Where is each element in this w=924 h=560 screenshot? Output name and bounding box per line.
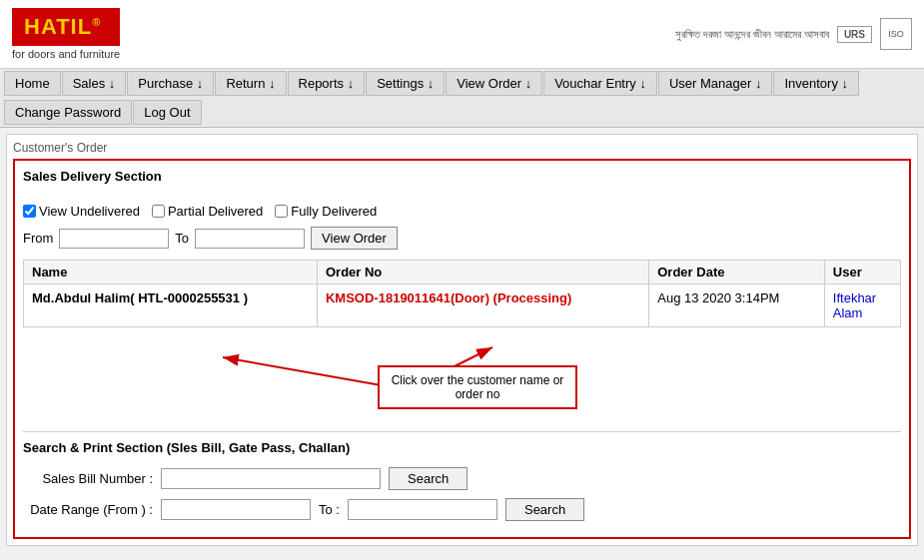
search-date-button[interactable]: Search <box>505 498 584 521</box>
checkbox-partial-label[interactable]: Partial Delivered <box>152 204 263 219</box>
logo-registered: ® <box>92 16 101 28</box>
col-order-date: Order Date <box>649 261 825 284</box>
to-label: To <box>175 231 189 246</box>
nav-log-out[interactable]: Log Out <box>133 100 201 125</box>
urc-badge: URS <box>837 26 872 43</box>
user-name-link[interactable]: Iftekhar <box>833 290 876 305</box>
date-row: From To View Order <box>23 227 901 250</box>
logo: HATIL® <box>12 8 120 46</box>
date-range-row: Date Range (From ) : To : Search <box>23 498 901 521</box>
col-user: User <box>824 261 900 284</box>
nav-purchase[interactable]: Purchase ↓ <box>127 71 214 96</box>
date-range-to-input[interactable] <box>348 499 497 520</box>
header-right: সুরক্ষিত দরজা আনন্দের জীবন আরামের আসবাব … <box>675 18 912 50</box>
nav-row-1: Home Sales ↓ Purchase ↓ Return ↓ Reports… <box>0 69 924 98</box>
from-date-input[interactable] <box>59 229 169 249</box>
annotation-box: Click over the customer name or order no <box>378 365 577 409</box>
nav-inventory[interactable]: Inventory ↓ <box>773 71 859 96</box>
nav-return[interactable]: Return ↓ <box>215 71 286 96</box>
date-range-label: Date Range (From ) : <box>23 502 153 517</box>
nav-row-2: Change Password Log Out <box>0 98 924 127</box>
cell-order-date: Aug 13 2020 3:14PM <box>649 284 825 327</box>
search-bill-button[interactable]: Search <box>389 467 467 490</box>
breadcrumb: Customer's Order <box>13 141 911 155</box>
nav-sales[interactable]: Sales ↓ <box>62 71 127 96</box>
date-range-to-label: To : <box>319 502 340 517</box>
bill-number-label: Sales Bill Number : <box>23 471 153 486</box>
checkbox-fully[interactable] <box>275 205 288 218</box>
table-data-area: Name Order No Order Date User Md.Abdul H… <box>23 260 901 427</box>
checkboxes-row: View Undelivered Partial Delivered Fully… <box>23 204 901 219</box>
delivery-section: Sales Delivery Section View Undelivered … <box>13 159 911 539</box>
cell-name: Md.Abdul Halim( HTL-0000255531 ) <box>24 284 318 327</box>
bill-number-row: Sales Bill Number : Search <box>23 467 901 490</box>
table-header-row: Name Order No Order Date User <box>24 261 901 284</box>
checkbox-fully-label[interactable]: Fully Delivered <box>275 204 377 219</box>
nav-vouchar-entry[interactable]: Vouchar Entry ↓ <box>543 71 657 96</box>
main-content: Customer's Order Sales Delivery Section … <box>6 134 918 546</box>
nav-change-password[interactable]: Change Password <box>4 100 132 125</box>
logo-subtitle: for doors and furniture <box>12 48 120 60</box>
logo-text: HATIL <box>24 14 92 39</box>
checkbox-partial[interactable] <box>152 205 165 218</box>
urc-label: URS <box>844 29 865 40</box>
cell-user: Iftekhar Alam <box>824 284 900 327</box>
navigation: Home Sales ↓ Purchase ↓ Return ↓ Reports… <box>0 69 924 128</box>
order-table: Name Order No Order Date User Md.Abdul H… <box>23 260 901 327</box>
urc-icon: ISO <box>880 18 912 50</box>
date-range-from-input[interactable] <box>161 499 311 520</box>
col-order-no: Order No <box>317 261 648 284</box>
delivery-section-title: Sales Delivery Section <box>23 169 901 184</box>
col-name: Name <box>24 261 318 284</box>
page-header: HATIL® for doors and furniture সুরক্ষিত … <box>0 0 924 69</box>
header-tagline: সুরক্ষিত দরজা আনন্দের জীবন আরামের আসবাব <box>675 28 829 41</box>
nav-reports[interactable]: Reports ↓ <box>288 71 366 96</box>
logo-area: HATIL® for doors and furniture <box>12 8 120 60</box>
view-order-button[interactable]: View Order <box>311 227 398 250</box>
nav-home[interactable]: Home <box>4 71 61 96</box>
search-print-title: Search & Print Section (Sles Bill, Gate … <box>23 440 901 455</box>
annotation-area: Click over the customer name or order no <box>23 337 901 427</box>
search-print-section: Search & Print Section (Sles Bill, Gate … <box>23 431 901 521</box>
order-no-link[interactable]: KMSOD-1819011641(Door) (Processing) <box>326 290 571 305</box>
customer-name-link[interactable]: Md.Abdul Halim( HTL-0000255531 ) <box>32 290 248 305</box>
table-row: Md.Abdul Halim( HTL-0000255531 ) KMSOD-1… <box>24 284 901 327</box>
nav-view-order[interactable]: View Order ↓ <box>446 71 542 96</box>
nav-user-manager[interactable]: User Manager ↓ <box>658 71 772 96</box>
bill-number-input[interactable] <box>161 468 381 489</box>
checkbox-undelivered-label[interactable]: View Undelivered <box>23 204 140 219</box>
from-label: From <box>23 231 53 246</box>
order-date-value: Aug 13 2020 3:14PM <box>657 290 779 305</box>
svg-line-2 <box>223 357 393 387</box>
checkbox-undelivered[interactable] <box>23 205 36 218</box>
to-date-input[interactable] <box>195 229 305 249</box>
annotation-text: Click over the customer name or order no <box>392 373 564 401</box>
cell-order-no: KMSOD-1819011641(Door) (Processing) <box>317 284 648 327</box>
nav-settings[interactable]: Settings ↓ <box>366 71 445 96</box>
user-name-link2[interactable]: Alam <box>833 305 863 320</box>
